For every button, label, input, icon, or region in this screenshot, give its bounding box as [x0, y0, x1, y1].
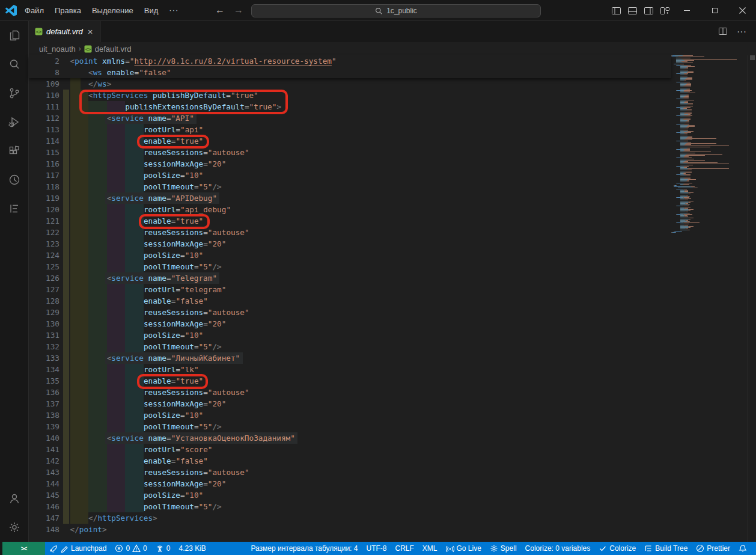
code-line-8[interactable]: 8<ws enable="false" — [29, 67, 671, 78]
gutter-modified-strip — [63, 90, 69, 101]
statusbar-item-CRLF[interactable]: CRLF — [391, 542, 418, 555]
code-line-119[interactable]: 119<service name="APIDebug" — [29, 192, 756, 204]
code-line-116[interactable]: 116sessionMaxAge="20" — [29, 158, 756, 170]
menu-overflow[interactable]: ··· — [163, 0, 184, 21]
line-number: 115 — [29, 147, 59, 158]
menu-file[interactable]: Файл — [19, 0, 49, 21]
statusbar-item-Launchpad[interactable]: Launchpad — [45, 542, 111, 555]
code-line-142[interactable]: 142enable="false" — [29, 455, 756, 467]
split-editor-icon[interactable] — [714, 26, 732, 37]
slash-icon — [696, 544, 704, 553]
scrollbar-thumb[interactable] — [750, 55, 755, 60]
code-line-121[interactable]: 121enable="true" — [29, 215, 756, 227]
code-line-125[interactable]: 125poolTimeout="5"/> — [29, 261, 756, 272]
statusbar-item-UTF-8[interactable]: UTF-8 — [362, 542, 391, 555]
code-line-118[interactable]: 118poolTimeout="5"/> — [29, 181, 756, 192]
code-text: poolTimeout="5"/> — [144, 421, 222, 432]
statusbar-item-Go Live[interactable]: Go Live — [442, 542, 486, 555]
line-number: 141 — [29, 444, 59, 455]
statusbar-item-Spell[interactable]: Spell — [486, 542, 521, 555]
menu-selection[interactable]: Выделение — [87, 0, 139, 21]
statusbar-item-Build Tree[interactable]: Build Tree — [640, 542, 692, 555]
code-line-148[interactable]: 148</point> — [29, 524, 756, 535]
nav-back-button[interactable]: ← — [215, 0, 225, 20]
code-line-122[interactable]: 122reuseSessions="autouse" — [29, 227, 756, 238]
outline-tree-icon[interactable] — [0, 194, 29, 223]
code-line-2[interactable]: 2<point xmlns="http://v8.1c.ru/8.2/virtu… — [29, 55, 671, 67]
code-line-132[interactable]: 132poolTimeout="5"/> — [29, 341, 756, 352]
code-line-134[interactable]: 134rootUrl="lk" — [29, 364, 756, 375]
breadcrumb[interactable]: uit_noauth › <> default.vrd — [29, 42, 678, 55]
statusbar-item-0[interactable]: 00 — [111, 542, 151, 555]
remote-indicator[interactable]: >< — [2, 542, 45, 555]
menu-edit[interactable]: Правка — [49, 0, 87, 21]
gutter-modified-strip — [63, 318, 69, 330]
command-center-search[interactable]: 1c_public — [251, 4, 541, 17]
code-line-130[interactable]: 130sessionMaxAge="20" — [29, 318, 756, 330]
code-line-139[interactable]: 139poolTimeout="5"/> — [29, 421, 756, 432]
statusbar-item-Prettier[interactable]: Prettier — [692, 542, 734, 555]
code-text: rootUrl="score" — [144, 444, 213, 455]
code-line-133[interactable]: 133<service name="ЛичныйКабинет" — [29, 352, 756, 364]
breadcrumb-folder[interactable]: uit_noauth — [39, 44, 76, 54]
customize-layout-icon[interactable] — [657, 0, 673, 21]
code-line-140[interactable]: 140<service name="УстановкаОценокПоЗадан… — [29, 432, 756, 444]
code-line-113[interactable]: 113rootUrl="api" — [29, 124, 756, 135]
code-line-143[interactable]: 143reuseSessions="autouse" — [29, 467, 756, 478]
code-line-117[interactable]: 117poolSize="10" — [29, 170, 756, 181]
code-line-136[interactable]: 136reuseSessions="autouse" — [29, 387, 756, 398]
indent-guide-block — [88, 467, 107, 478]
line-number: 8 — [29, 67, 59, 78]
nav-forward-button[interactable]: → — [234, 0, 243, 20]
code-line-120[interactable]: 120rootUrl="api_debug" — [29, 204, 756, 215]
statusbar-item-Colorize: 0 variables[interactable]: Colorize: 0 variables — [521, 542, 595, 555]
code-line-146[interactable]: 146poolTimeout="5"/> — [29, 501, 756, 512]
statusbar-item-bell[interactable] — [734, 542, 751, 555]
code-line-137[interactable]: 137sessionMaxAge="20" — [29, 398, 756, 409]
toggle-sidebar-icon[interactable] — [608, 0, 624, 21]
code-line-115[interactable]: 115reuseSessions="autouse" — [29, 147, 756, 158]
indent-guide-block — [125, 147, 144, 158]
tab-close-icon[interactable]: × — [88, 27, 93, 36]
statusbar-item-Colorize[interactable]: Colorize — [594, 542, 640, 555]
code-line-129[interactable]: 129reuseSessions="autouse" — [29, 307, 756, 318]
run-debug-icon[interactable] — [0, 108, 29, 136]
settings-icon[interactable] — [0, 513, 29, 542]
code-line-124[interactable]: 124poolSize="10" — [29, 250, 756, 261]
statusbar-item-XML[interactable]: XML — [418, 542, 442, 555]
code-line-131[interactable]: 131poolSize="10" — [29, 330, 756, 341]
code-line-123[interactable]: 123sessionMaxAge="20" — [29, 238, 756, 250]
circle-tool-icon[interactable] — [0, 165, 29, 194]
code-editor[interactable]: 109</ws>110<httpServices publishByDefaul… — [29, 55, 756, 542]
minimize-button[interactable] — [673, 0, 701, 21]
explorer-icon[interactable] — [0, 21, 29, 50]
minimap[interactable] — [671, 55, 748, 542]
statusbar-item-4.23 KiB[interactable]: 4.23 KiB — [174, 542, 210, 555]
code-line-109[interactable]: 109</ws> — [29, 78, 756, 90]
statusbar-item-0[interactable]: 0 — [151, 542, 175, 555]
code-line-145[interactable]: 145poolSize="10" — [29, 489, 756, 501]
code-line-128[interactable]: 128enable="false" — [29, 295, 756, 307]
tab-default-vrd[interactable]: <> default.vrd × — [29, 21, 101, 42]
account-icon[interactable] — [0, 484, 29, 513]
close-button[interactable] — [728, 0, 756, 21]
statusbar-item-Размер интервала табуляции: 4[interactable]: Размер интервала табуляции: 4 — [246, 542, 362, 555]
editor-actions-more-icon[interactable]: ··· — [732, 26, 751, 37]
code-line-147[interactable]: 147</httpServices> — [29, 512, 756, 524]
search-icon[interactable] — [0, 50, 29, 79]
indent-guide-block — [107, 409, 126, 421]
breadcrumb-file[interactable]: default.vrd — [95, 44, 132, 54]
source-control-icon[interactable] — [0, 79, 29, 108]
code-line-126[interactable]: 126<service name="Telegram" — [29, 272, 756, 284]
code-line-138[interactable]: 138poolSize="10" — [29, 409, 756, 421]
toggle-secondary-sidebar-icon[interactable] — [641, 0, 657, 21]
menu-view[interactable]: Вид — [139, 0, 164, 21]
code-line-144[interactable]: 144sessionMaxAge="20" — [29, 478, 756, 489]
toggle-panel-icon[interactable] — [624, 0, 641, 21]
maximize-button[interactable] — [701, 0, 728, 21]
code-line-127[interactable]: 127rootUrl="telegram" — [29, 284, 756, 295]
indent-guide-block — [70, 250, 89, 261]
indent-guide-block — [125, 409, 144, 421]
code-line-141[interactable]: 141rootUrl="score" — [29, 444, 756, 455]
extensions-icon[interactable] — [0, 136, 29, 165]
